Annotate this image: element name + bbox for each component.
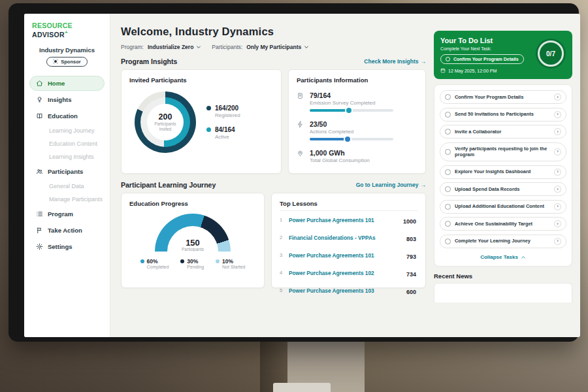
task-label: Verify participants requesting to join t…: [455, 146, 550, 159]
lesson-views: 793: [406, 253, 416, 260]
lesson-title-link[interactable]: Power Purchase Agreements 102: [289, 270, 402, 276]
task-checkbox[interactable]: [445, 204, 451, 210]
sidebar-item-label: Education: [48, 112, 78, 120]
participants-select[interactable]: Only My Participants: [246, 44, 309, 50]
active-label: Active: [215, 134, 235, 140]
next-task-pill[interactable]: Confirm Your Program Details: [440, 54, 524, 64]
sidebar-item-education-content[interactable]: Education Content: [29, 138, 105, 150]
consumption-icon: [297, 150, 304, 157]
sidebar-item-participants[interactable]: Participants: [29, 164, 105, 179]
task-item[interactable]: Explore Your Insights Dashboard ›: [440, 165, 566, 179]
actions-completed-progress-fill: [310, 138, 348, 140]
sidebar-item-manage-participants[interactable]: Manage Participants: [29, 193, 105, 205]
participants-filter-label: Participants:: [212, 44, 242, 50]
donut-center-label: Participants Invited: [152, 122, 179, 132]
sidebar-item-label: Home: [48, 80, 65, 87]
sidebar-item-settings[interactable]: Settings: [29, 239, 105, 254]
pending-pct: 30%: [187, 258, 198, 265]
participants-information-rows: 79/164 Emission Survey Completed 23/50: [297, 91, 417, 163]
lesson-title-link[interactable]: Power Purchase Agreements 103: [289, 287, 402, 294]
chevron-right-icon[interactable]: ›: [554, 148, 561, 155]
monitor-bezel: RESOURCE ADVISOR+ Industry Dynamics Spon…: [8, 3, 579, 342]
lesson-title-link[interactable]: Power Purchase Agreements 101: [289, 217, 399, 223]
pending-dot: [180, 259, 184, 263]
sidebar-item-insights[interactable]: Insights: [29, 92, 105, 107]
actions-completed-row: 23/50 Actions Completed: [297, 120, 417, 140]
legend-completed: 60% Completed: [140, 258, 169, 269]
next-task-checkbox[interactable]: [446, 57, 450, 61]
chevron-right-icon[interactable]: ›: [554, 220, 561, 227]
chevron-right-icon[interactable]: ›: [554, 169, 561, 176]
task-label: Achieve One Sustainability Target: [455, 221, 550, 227]
sidebar-item-home[interactable]: Home: [29, 76, 105, 91]
sidebar-item-label: Insights: [48, 96, 71, 103]
page-title: Welcome, Industry Dynamics: [121, 25, 426, 38]
recent-news-title: Recent News: [434, 272, 572, 280]
lesson-title-link[interactable]: Power Purchase Agreements 101: [289, 252, 402, 259]
lesson-title-link[interactable]: Financial Considerations - VPPAs: [289, 235, 402, 241]
sidebar-item-general-data[interactable]: General Data: [29, 180, 105, 192]
task-label: Confirm Your Program Details: [455, 94, 550, 101]
education-gauge-chart: 150 Participants: [155, 214, 231, 252]
legend-pending: 30% Pending: [180, 258, 204, 269]
task-item[interactable]: Upload Spend Data Records ›: [440, 182, 566, 196]
task-item[interactable]: Send 50 Invitations to Participants ›: [440, 108, 566, 122]
lesson-views: 803: [406, 236, 416, 242]
task-item[interactable]: Confirm Your Program Details ›: [440, 90, 566, 104]
sidebar-item-learning-insights[interactable]: Learning Insights: [29, 151, 105, 163]
go-to-learning-journey-link[interactable]: Go to Learning Journey →: [356, 182, 426, 188]
education-icon: [36, 112, 43, 120]
task-checkbox[interactable]: [445, 112, 451, 118]
donut-center: 200 Participants Invited: [147, 104, 184, 140]
task-item[interactable]: Complete Your Learning Journey ›: [440, 235, 566, 248]
sidebar-item-education[interactable]: Education: [29, 108, 105, 123]
not-started-pct: 10%: [222, 258, 233, 265]
check-more-insights-link[interactable]: Check More Insights →: [364, 58, 426, 65]
chevron-right-icon[interactable]: ›: [554, 186, 561, 193]
task-checkbox[interactable]: [445, 186, 451, 192]
sidebar-item-learning-journey[interactable]: Learning Journey: [29, 125, 105, 137]
task-checkbox[interactable]: [445, 169, 451, 175]
task-checkbox[interactable]: [445, 94, 451, 100]
task-checkbox[interactable]: [445, 129, 451, 135]
lesson-row: 1 Power Purchase Agreements 101 1000: [280, 211, 417, 229]
emission-survey-value: 79/164: [310, 91, 393, 99]
task-item[interactable]: Invite a Collaborator ›: [440, 125, 566, 139]
todo-progress-count: 0/7: [546, 50, 555, 57]
collapse-tasks-label: Collapse Tasks: [480, 254, 518, 260]
task-label: Complete Your Learning Journey: [455, 238, 550, 244]
chevron-right-icon[interactable]: ›: [554, 128, 561, 135]
chevron-right-icon[interactable]: ›: [554, 111, 561, 118]
legend-registered: 164/200 Registered: [206, 105, 240, 118]
task-item[interactable]: Upload Additional Educational Content ›: [440, 200, 566, 214]
task-checkbox[interactable]: [445, 149, 451, 155]
sidebar-nav: Home Insights Education Learning Journey…: [29, 76, 105, 254]
top-lessons-card: Top Lessons 1 Power Purchase Agreements …: [271, 193, 426, 288]
sidebar-item-program[interactable]: Program: [29, 206, 105, 221]
task-checkbox[interactable]: [445, 221, 451, 227]
registered-dot: [206, 106, 211, 110]
completed-pct: 60%: [147, 258, 158, 265]
chevron-right-icon[interactable]: ›: [554, 93, 561, 101]
legend-active: 84/164 Active: [206, 126, 240, 140]
task-item[interactable]: Verify participants requesting to join t…: [440, 142, 566, 162]
sponsor-badge: Sponsor: [46, 57, 87, 67]
logo-text-advisor: ADVISOR: [32, 31, 65, 39]
collapse-tasks-link[interactable]: Collapse Tasks: [440, 252, 566, 265]
task-checkbox[interactable]: [445, 238, 451, 244]
next-task-due: 12 May 2025, 12:00 PM: [440, 68, 566, 73]
actions-completed-value: 23/50: [310, 120, 393, 128]
lesson-row: 3 Power Purchase Agreements 101 793: [280, 246, 417, 264]
sponsor-icon: [53, 59, 58, 64]
org-header: Industry Dynamics Sponsor: [29, 46, 105, 67]
emission-survey-progressbar: [310, 109, 393, 112]
gauge-legend: 60% Completed 30% Pending 10%: [140, 258, 246, 269]
chevron-right-icon[interactable]: ›: [554, 238, 561, 245]
sidebar-item-take-action[interactable]: Take Action: [29, 223, 105, 238]
task-item[interactable]: Achieve One Sustainability Target ›: [440, 217, 566, 231]
gauge-center-value: 150: [155, 238, 231, 247]
learning-cards-row: Education Progress 150 Participants: [121, 193, 426, 288]
chevron-right-icon[interactable]: ›: [554, 203, 561, 210]
chevron-up-icon: [521, 255, 526, 260]
program-select[interactable]: Industrialize Zero: [148, 44, 201, 50]
